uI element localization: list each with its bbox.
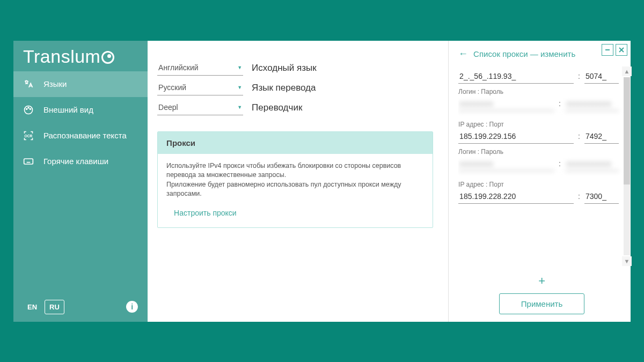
source-lang-select[interactable]: Английский ▼ (157, 61, 243, 76)
svg-point-6 (30, 108, 31, 109)
translate-icon (23, 79, 34, 90)
proxy-pass-input[interactable] (565, 158, 619, 171)
proxy-entries: : Логин : Пароль : IP адрес : Порт : (458, 70, 625, 272)
configure-proxy-link[interactable]: Настроить прокси (166, 209, 237, 217)
colon-separator: : (558, 159, 562, 168)
proxy-port-input[interactable] (584, 130, 619, 144)
caret-down-icon: ▼ (237, 85, 242, 90)
ip-port-label: IP адрес : Порт (458, 181, 619, 188)
nav-label: Горячие клавиши (43, 157, 108, 166)
proxy-entry: : Логин : Пароль : (458, 70, 619, 111)
proxy-ip-input[interactable] (458, 70, 574, 84)
proxy-card: Прокси Используйте IPv4 прокси чтобы изб… (157, 131, 433, 228)
nav-item-ocr[interactable]: OCR Распознавание текста (13, 123, 148, 149)
proxy-port-input[interactable] (584, 70, 619, 84)
caret-down-icon: ▼ (237, 65, 242, 70)
add-proxy-button[interactable]: + (458, 274, 625, 288)
app-logo: Translum (13, 41, 148, 71)
main-area: Английский ▼ Исходный язык Русский ▼ Язы… (148, 41, 631, 322)
logo-icon (101, 51, 114, 64)
colon-separator: : (558, 99, 562, 108)
target-lang-select[interactable]: Русский ▼ (157, 81, 243, 95)
proxy-description: Используйте IPv4 прокси чтобы избежать б… (166, 161, 424, 199)
proxy-entry: IP адрес : Порт : (458, 181, 619, 204)
proxy-card-title: Прокси (158, 132, 433, 154)
back-arrow-icon[interactable]: ← (458, 48, 468, 60)
ui-language-switch: EN RU (23, 300, 64, 314)
nav-item-appearance[interactable]: Внешний вид (13, 97, 148, 123)
nav-label: Внешний вид (43, 105, 93, 114)
nav-item-hotkeys[interactable]: Горячие клавиши (13, 149, 148, 174)
svg-text:OCR: OCR (25, 134, 33, 137)
login-pass-label: Логин : Пароль (458, 88, 619, 95)
lang-en-button[interactable]: EN (23, 300, 41, 314)
login-pass-label: Логин : Пароль (458, 148, 619, 156)
app-window: Translum Языки Внешний вид OCR Распознав… (13, 41, 631, 322)
select-label: Исходный язык (252, 63, 317, 73)
proxy-ip-input[interactable] (458, 190, 574, 204)
nav-item-languages[interactable]: Языки (13, 71, 148, 97)
colon-separator: : (577, 132, 581, 141)
keyboard-icon (23, 156, 34, 167)
proxy-ip-input[interactable] (458, 130, 574, 144)
info-button[interactable]: i (126, 301, 138, 313)
nav-label: Распознавание текста (43, 131, 127, 140)
ip-port-label: IP адрес : Порт (458, 121, 619, 128)
proxy-login-input[interactable] (458, 98, 554, 111)
select-value: Русский (158, 83, 186, 92)
settings-panel: Английский ▼ Исходный язык Русский ▼ Язы… (148, 41, 448, 322)
palette-icon (23, 105, 34, 115)
ocr-icon: OCR (23, 130, 34, 141)
nav-list: Языки Внешний вид OCR Распознавание текс… (13, 71, 148, 292)
select-value: Deepl (158, 103, 178, 112)
lang-ru-button[interactable]: RU (45, 300, 64, 314)
svg-point-4 (26, 108, 27, 109)
apply-button[interactable]: Применить (499, 293, 585, 314)
proxy-port-input[interactable] (584, 190, 619, 204)
logo-text: Translum (23, 46, 100, 67)
proxy-list-panel: ← Список прокси — изменить ▲ ▼ : Логин :… (448, 41, 631, 322)
source-lang-row: Английский ▼ Исходный язык (157, 61, 433, 76)
nav-label: Языки (43, 79, 67, 88)
select-label: Переводчик (252, 102, 302, 113)
svg-rect-8 (24, 159, 33, 164)
proxy-list-header: ← Список прокси — изменить (458, 48, 625, 60)
svg-point-5 (28, 107, 29, 108)
proxy-card-body: Используйте IPv4 прокси чтобы избежать б… (158, 154, 433, 227)
colon-separator: : (577, 72, 581, 80)
sidebar: Translum Языки Внешний вид OCR Распознав… (13, 41, 148, 322)
target-lang-row: Русский ▼ Язык перевода (157, 81, 433, 95)
proxy-list-title: Список прокси — изменить (473, 49, 575, 58)
select-label: Язык перевода (252, 83, 316, 93)
proxy-pass-input[interactable] (565, 98, 619, 111)
proxy-login-input[interactable] (458, 158, 554, 171)
caret-down-icon: ▼ (237, 105, 242, 110)
close-button[interactable] (616, 44, 627, 56)
sidebar-footer: EN RU i (13, 292, 148, 322)
proxy-entry: IP адрес : Порт : Логин : Пароль : (458, 121, 619, 171)
translator-select[interactable]: Deepl ▼ (157, 101, 243, 115)
minimize-button[interactable] (602, 44, 613, 56)
colon-separator: : (577, 192, 581, 201)
translator-row: Deepl ▼ Переводчик (157, 101, 433, 115)
window-controls (602, 44, 627, 56)
select-value: Английский (158, 63, 198, 72)
